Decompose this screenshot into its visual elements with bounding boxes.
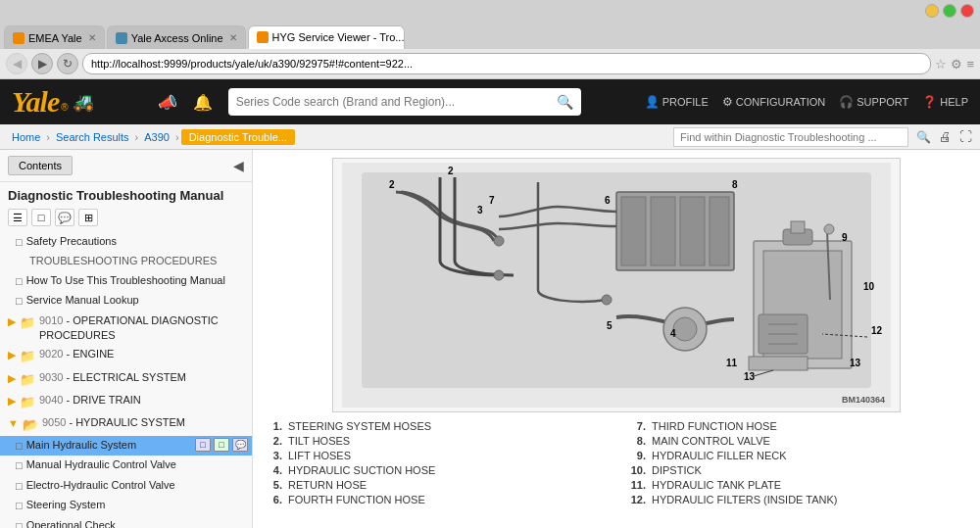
address-input[interactable] <box>82 53 931 74</box>
tab-label-emea: EMEA Yale <box>28 32 82 44</box>
breadcrumb-home[interactable]: Home <box>8 131 44 143</box>
tree-label-9030: 9030 - ELECTRICAL SYSTEM <box>39 370 248 385</box>
yale-logo-text: Yale <box>12 85 59 119</box>
breadcrumb-a390-link[interactable]: A390 <box>140 131 173 143</box>
breadcrumb-arrow-3: › <box>175 131 179 143</box>
nav-profile-label: PROFILE <box>662 96 709 108</box>
tree-item-steering[interactable]: □ Steering System <box>0 496 252 515</box>
tab-icon-axcess <box>116 32 127 44</box>
refresh-button[interactable]: ↻ <box>57 53 78 74</box>
bell-icon[interactable]: 🔔 <box>193 93 213 112</box>
yale-logo: Yale ® 🚜 <box>12 85 94 119</box>
find-in-page-input[interactable] <box>673 127 908 147</box>
breadcrumb-search-link[interactable]: Search Results <box>52 131 133 143</box>
tree-item-service-lookup[interactable]: □ Service Manual Lookup <box>0 291 252 311</box>
parts-row-7: 7. THIRD FUNCTION HOSE <box>624 420 972 432</box>
address-bar-row: ◀ ▶ ↻ ☆ ⚙ ≡ <box>0 49 980 78</box>
menu-icon[interactable]: ≡ <box>966 57 974 72</box>
tree-item-9050[interactable]: ▼ 📂 9050 - HYDRAULIC SYSTEM <box>0 413 252 436</box>
svg-text:12: 12 <box>871 325 883 336</box>
nav-profile[interactable]: 👤 PROFILE <box>645 95 709 109</box>
tree-item-how-to-use[interactable]: □ How To Use This Troubleshooting Manual <box>0 271 252 291</box>
parts-text-6: FOURTH FUNCTION HOSE <box>288 494 425 505</box>
sidebar-header: Contents ◀ <box>0 150 252 182</box>
svg-text:5: 5 <box>607 320 612 331</box>
bookmark-star-icon[interactable]: ☆ <box>935 57 947 72</box>
parts-col-left: 1. STEERING SYSTEM HOSES 2. TILT HOSES 3… <box>261 420 609 508</box>
tree-item-9030[interactable]: ▶ 📁 9030 - ELECTRICAL SYSTEM <box>0 368 252 391</box>
nav-help[interactable]: ❓ HELP <box>922 95 968 109</box>
yale-logo-reg: ® <box>61 102 68 113</box>
svg-rect-37 <box>749 357 808 370</box>
tab-hyg[interactable]: HYG Service Viewer - Tro... ✕ <box>248 25 405 49</box>
tree-label-tp: TROUBLESHOOTING PROCEDURES <box>16 254 248 268</box>
nav-support[interactable]: 🎧 SUPPORT <box>839 95 908 109</box>
tree-item-9040[interactable]: ▶ 📁 9040 - DRIVE TRAIN <box>0 391 252 413</box>
nav-configuration[interactable]: ⚙ CONFIGURATION <box>722 95 825 109</box>
tree-item-main-hydraulic[interactable]: □ Main Hydraulic System □ □ 💬 <box>0 436 252 456</box>
svg-text:2: 2 <box>389 179 395 190</box>
active-icon-3[interactable]: 💬 <box>232 438 248 452</box>
forward-button[interactable]: ▶ <box>31 53 53 74</box>
sidebar-tool-grid[interactable]: □ <box>31 209 51 226</box>
parts-row-10: 10. DIPSTICK <box>624 464 972 476</box>
diagram-container: 2 2 3 4 5 6 7 8 9 9 10 11 13 12 <box>261 158 972 412</box>
parts-row-4: 4. HYDRAULIC SUCTION HOSE <box>261 464 609 476</box>
parts-num-8: 8. <box>624 435 646 447</box>
svg-point-11 <box>602 295 612 305</box>
tab-close-emea[interactable]: ✕ <box>88 32 96 43</box>
print-icon[interactable]: 🖨 <box>939 129 952 144</box>
minimize-btn[interactable] <box>925 4 939 18</box>
sidebar: Contents ◀ Diagnostic Troubleshooting Ma… <box>0 150 253 528</box>
close-btn[interactable] <box>960 4 974 18</box>
doc-icon-manual-hyd: □ <box>16 458 23 473</box>
tab-bar: EMEA Yale ✕ Yale Axcess Online ✕ HYG Ser… <box>0 22 980 49</box>
tab-label-hyg: HYG Service Viewer - Tro... <box>272 31 405 43</box>
active-icon-1[interactable]: □ <box>195 438 211 452</box>
tree-item-safety[interactable]: □ Safety Precautions <box>0 232 252 252</box>
active-item-icons: □ □ 💬 <box>195 438 248 452</box>
breadcrumb-a390[interactable]: A390 <box>140 131 173 143</box>
tree-label-9010: 9010 - OPERATIONAL DIAGNOSTIC PROCEDURES <box>39 313 248 344</box>
contents-tab[interactable]: Contents <box>8 156 73 175</box>
svg-point-10 <box>494 270 504 280</box>
back-button[interactable]: ◀ <box>6 53 27 74</box>
parts-text-8: MAIN CONTROL VALVE <box>652 435 770 447</box>
breadcrumb-current-label: Diagnostic Trouble... <box>181 129 295 145</box>
tree-item-op-check[interactable]: □ Operational Check <box>0 516 252 528</box>
sidebar-tool-expand[interactable]: ⊞ <box>78 209 98 226</box>
find-search-icon[interactable]: 🔍 <box>916 130 931 144</box>
tree-item-troubleshooting-procedures[interactable]: TROUBLESHOOTING PROCEDURES <box>0 252 252 270</box>
maximize-btn[interactable] <box>943 4 956 18</box>
doc-icon-steering: □ <box>16 499 23 513</box>
tree-item-9010[interactable]: ▶ 📁 9010 - OPERATIONAL DIAGNOSTIC PROCED… <box>0 312 252 346</box>
global-search-button[interactable]: 🔍 <box>557 94 573 110</box>
expand-icon[interactable]: ⛶ <box>959 129 972 144</box>
breadcrumb-home-link[interactable]: Home <box>8 131 44 143</box>
global-search-input[interactable] <box>236 95 557 109</box>
tab-label-axcess: Yale Axcess Online <box>131 32 223 44</box>
active-icon-2[interactable]: □ <box>214 438 229 452</box>
folder-icon-9010b: 📁 <box>20 314 35 332</box>
tree-label-main-hyd: Main Hydraulic System <box>26 438 191 453</box>
parts-text-10: DIPSTICK <box>652 464 702 476</box>
tree-item-manual-hyd[interactable]: □ Manual Hydraulic Control Valve <box>0 456 252 475</box>
tab-emea-yale[interactable]: EMEA Yale ✕ <box>4 25 105 49</box>
parts-row-2: 2. TILT HOSES <box>261 435 609 447</box>
parts-text-1: STEERING SYSTEM HOSES <box>288 420 431 432</box>
address-right-icons: ☆ ⚙ ≡ <box>935 57 974 72</box>
sidebar-tool-chat[interactable]: 💬 <box>55 209 74 226</box>
tab-axcess[interactable]: Yale Axcess Online ✕ <box>107 25 246 49</box>
tree-item-9020[interactable]: ▶ 📁 9020 - ENGINE <box>0 345 252 367</box>
tree-item-electro-hyd[interactable]: □ Electro-Hydraulic Control Valve <box>0 476 252 496</box>
megaphone-icon[interactable]: 📣 <box>158 93 177 112</box>
svg-text:6: 6 <box>605 195 611 206</box>
tab-close-axcess[interactable]: ✕ <box>229 32 237 43</box>
svg-rect-8 <box>710 197 729 265</box>
sidebar-tool-list[interactable]: ☰ <box>8 209 27 226</box>
settings-icon[interactable]: ⚙ <box>951 57 962 72</box>
parts-num-11: 11. <box>624 479 646 491</box>
parts-row-5: 5. RETURN HOSE <box>261 479 609 491</box>
breadcrumb-search[interactable]: Search Results <box>52 131 133 143</box>
sidebar-collapse-btn[interactable]: ◀ <box>233 158 244 173</box>
